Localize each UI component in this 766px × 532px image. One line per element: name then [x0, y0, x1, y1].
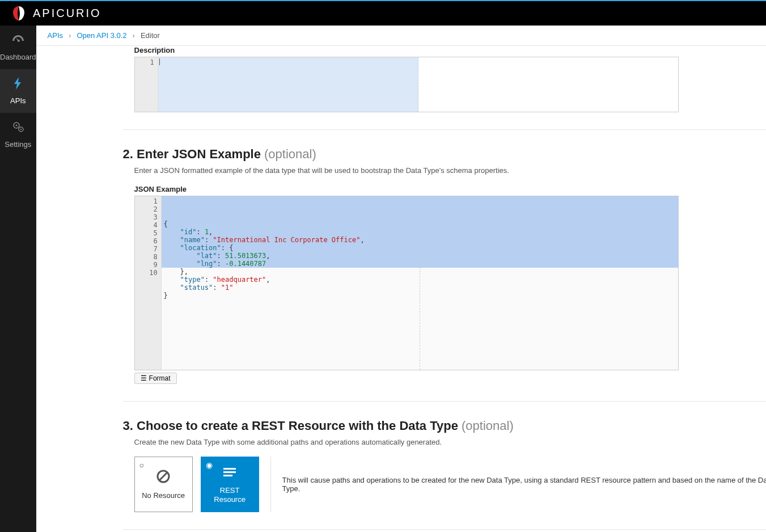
breadcrumb-apis[interactable]: APIs	[48, 31, 63, 40]
bolt-icon	[14, 77, 22, 93]
main: APIs › Open API 3.0.2 › Editor Descripti…	[36, 26, 766, 532]
topbar: APICURIO	[0, 0, 766, 26]
no-symbol-icon	[156, 469, 171, 488]
editor-gutter: 12345678910	[135, 196, 162, 370]
list-icon	[222, 465, 237, 483]
sidebar-item-dashboard[interactable]: Dashboard	[0, 26, 36, 69]
sidebar-item-label: Dashboard	[0, 53, 36, 61]
svg-line-5	[159, 472, 167, 480]
gear-icon	[11, 121, 25, 137]
sidebar: Dashboard APIs Settings	[0, 26, 36, 532]
svg-rect-6	[223, 468, 236, 470]
description-input[interactable]	[158, 57, 418, 112]
chevron-right-icon: ›	[133, 31, 135, 40]
format-button[interactable]: ☰ Format	[134, 373, 177, 384]
option-description: This will cause paths and operations to …	[282, 457, 766, 512]
svg-rect-7	[223, 471, 236, 473]
sidebar-item-label: Settings	[5, 140, 31, 149]
step3-title: 3. Choose to create a REST Resource with…	[123, 419, 766, 433]
logo[interactable]: APICURIO	[10, 5, 101, 22]
option-label: No Resource	[142, 491, 185, 500]
breadcrumb: APIs › Open API 3.0.2 › Editor	[36, 26, 766, 46]
indent-icon: ☰	[141, 374, 147, 382]
dashboard-icon	[11, 33, 25, 49]
radio-off-icon: ○	[139, 461, 144, 470]
sidebar-item-label: APIs	[10, 96, 26, 105]
json-example-editor[interactable]: 12345678910 { "id": 1, "name": "Internat…	[134, 196, 679, 370]
breadcrumb-current: Editor	[141, 31, 160, 40]
chevron-right-icon: ›	[69, 31, 71, 40]
svg-point-3	[20, 129, 22, 130]
description-editor[interactable]: 1	[134, 57, 679, 112]
json-input[interactable]: { "id": 1, "name": "International Inc Co…	[162, 196, 678, 370]
svg-rect-8	[223, 475, 232, 476]
step2-help: Enter a JSON formatted example of the da…	[134, 166, 766, 175]
svg-point-1	[15, 125, 17, 126]
description-label: Description	[134, 46, 679, 54]
editor-gutter: 1	[135, 57, 158, 112]
rest-resource-option[interactable]: ◉ REST Resource	[201, 457, 259, 512]
no-resource-option[interactable]: ○ No Resource	[134, 457, 193, 512]
divider	[270, 457, 271, 512]
json-example-label: JSON Example	[134, 185, 679, 193]
sidebar-item-apis[interactable]: APIs	[0, 69, 36, 113]
step3-help: Create the new Data Type with some addit…	[134, 438, 766, 446]
sidebar-item-settings[interactable]: Settings	[0, 113, 36, 157]
logo-icon	[10, 5, 27, 22]
logo-text: APICURIO	[33, 7, 101, 20]
radio-on-icon: ◉	[206, 461, 213, 470]
divider	[123, 529, 766, 530]
divider	[123, 401, 766, 402]
option-label: REST Resource	[205, 486, 255, 504]
step2-title: 2. Enter JSON Example (optional)	[123, 147, 766, 162]
divider	[123, 129, 766, 130]
breadcrumb-openapi[interactable]: Open API 3.0.2	[77, 31, 126, 40]
